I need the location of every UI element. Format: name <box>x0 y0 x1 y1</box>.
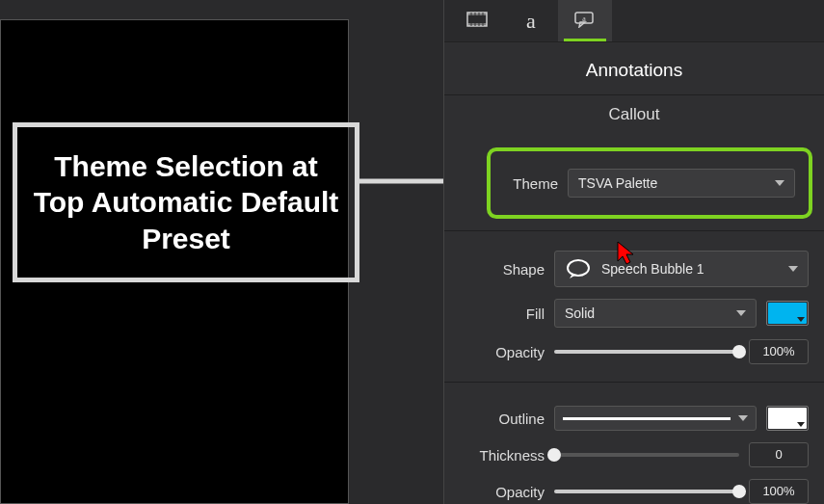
slider-thumb[interactable] <box>732 485 746 498</box>
text-icon: a <box>526 9 536 34</box>
outline-color-swatch[interactable] <box>766 406 809 431</box>
outline-opacity-label: Opacity <box>460 484 545 500</box>
canvas[interactable]: Theme Selection at Top Automatic Default… <box>0 19 349 504</box>
thickness-slider[interactable] <box>554 453 739 457</box>
callout-text: Theme Selection at Top Automatic Default… <box>31 148 341 257</box>
fill-color-swatch[interactable] <box>766 301 809 326</box>
thickness-label: Thickness <box>460 447 545 464</box>
theme-value: TSVA Palette <box>578 175 657 191</box>
section-header: Callout <box>444 95 824 140</box>
tab-text[interactable]: a <box>504 0 558 41</box>
fill-opacity-value[interactable]: 100% <box>749 339 809 364</box>
slider-thumb[interactable] <box>547 448 561 462</box>
theme-select[interactable]: TSVA Palette <box>568 169 795 198</box>
outline-label: Outline <box>460 411 545 427</box>
theme-label: Theme <box>504 175 558 192</box>
outline-style-select[interactable] <box>554 406 757 431</box>
slider-thumb[interactable] <box>732 345 746 358</box>
outline-opacity-value[interactable]: 100% <box>749 479 809 504</box>
tab-media[interactable] <box>450 0 504 41</box>
shape-value: Speech Bubble 1 <box>601 261 704 277</box>
preview-pane: Theme Selection at Top Automatic Default… <box>0 0 443 504</box>
fill-select[interactable]: Solid <box>554 299 757 328</box>
shape-label: Shape <box>460 261 545 278</box>
panel-title: Annotations <box>444 42 824 94</box>
outline-color <box>768 408 807 429</box>
speech-bubble-icon <box>565 258 594 279</box>
svg-rect-3 <box>467 13 487 15</box>
tab-bar: a a <box>444 0 824 42</box>
fill-value: Solid <box>565 305 595 321</box>
outline-line-preview <box>563 417 731 420</box>
chevron-down-icon <box>775 180 784 186</box>
chevron-down-icon <box>738 415 748 421</box>
fill-opacity-slider[interactable] <box>554 350 739 354</box>
outline-opacity-slider[interactable] <box>554 490 739 493</box>
fill-opacity-label: Opacity <box>460 344 545 360</box>
tab-annotations[interactable]: a <box>558 0 612 41</box>
fill-label: Fill <box>460 305 545 322</box>
callout-annotation[interactable]: Theme Selection at Top Automatic Default… <box>13 122 359 282</box>
shape-select[interactable]: Speech Bubble 1 <box>554 251 809 287</box>
media-icon <box>466 12 488 31</box>
svg-marker-15 <box>579 22 585 27</box>
annotation-callout-icon: a <box>573 11 597 32</box>
fill-color <box>768 303 807 324</box>
svg-rect-4 <box>467 23 487 26</box>
thickness-value[interactable]: 0 <box>749 442 809 467</box>
theme-highlight-box: Theme TSVA Palette <box>487 147 812 219</box>
chevron-down-icon <box>736 310 746 316</box>
properties-panel: a a Annotations Callout Theme TSVA Palet… <box>443 0 824 504</box>
svg-point-16 <box>568 260 589 276</box>
chevron-down-icon <box>788 266 798 272</box>
